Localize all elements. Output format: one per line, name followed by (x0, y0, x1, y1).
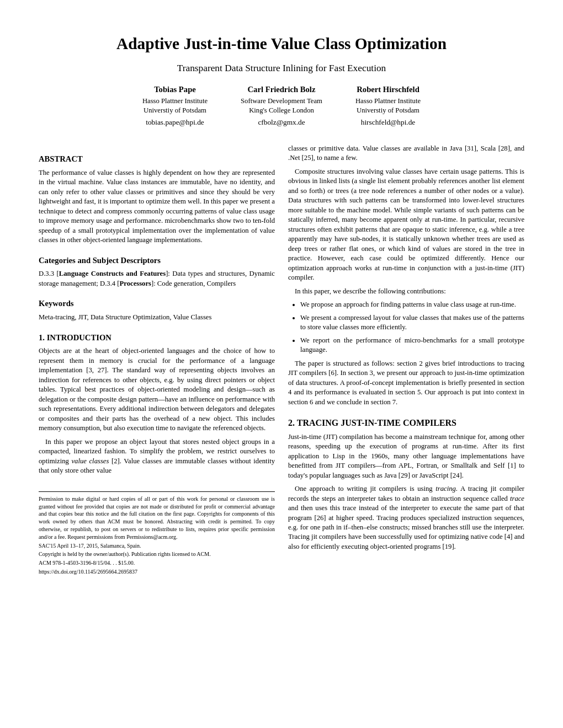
footer-copyright: Copyright is held by the owner/author(s)… (39, 550, 275, 558)
author-3: Robert Hirschfeld Hasso Plattner Institu… (355, 84, 421, 127)
right-para1: classes or primitive data. Value classes… (288, 144, 524, 163)
two-column-layout: ABSTRACT The performance of value classe… (39, 144, 524, 577)
right-para4: The paper is structured as follows: sect… (288, 359, 524, 407)
footer-doi: https://dx.doi.org/10.1145/2695664.26958… (39, 568, 275, 576)
author-2-affil2: King's College London (241, 106, 322, 115)
author-1-affil1: Hasso Plattner Institute (142, 97, 208, 106)
introduction-heading: 1. INTRODUCTION (39, 333, 275, 344)
contributions-list: We propose an approach for finding patte… (300, 300, 524, 355)
section2-para1: Just-in-time (JIT) compilation has becom… (288, 432, 524, 480)
intro-para2: In this paper we propose an object layou… (39, 437, 275, 476)
left-column: ABSTRACT The performance of value classe… (39, 144, 275, 577)
author-3-affil2: Universtiy of Potsdam (355, 106, 421, 115)
footer-conf: SAC'15 April 13–17, 2015, Salamanca, Spa… (39, 542, 275, 550)
author-3-affil1: Hasso Plattner Institute (355, 97, 421, 106)
right-para2: Composite structures involving value cla… (288, 167, 524, 283)
right-para3: In this paper, we describe the following… (288, 287, 524, 296)
page: Adaptive Just-in-time Value Class Optimi… (0, 0, 563, 728)
section2-para2: One approach to writing jit compilers is… (288, 484, 524, 552)
author-3-email: hirschfeld@hpi.de (355, 117, 421, 127)
footer-block: Permission to make digital or hard copie… (39, 491, 275, 576)
authors-block: Tobias Pape Hasso Plattner Institute Uni… (39, 84, 524, 127)
author-1-affil2: Universtiy of Potsdam (142, 106, 208, 115)
abstract-heading: ABSTRACT (39, 154, 275, 165)
intro-para1: Objects are at the heart of object-orien… (39, 346, 275, 433)
author-1-email: tobias.pape@hpi.de (142, 117, 208, 127)
right-column: classes or primitive data. Value classes… (288, 144, 524, 577)
bullet-1: We propose an approach for finding patte… (300, 300, 524, 309)
author-3-name: Robert Hirschfeld (355, 84, 421, 95)
keywords-text: Meta-tracing, JIT, Data Structure Optimi… (39, 313, 275, 322)
section2-heading: 2. TRACING JUST-IN-TIME COMPILERS (288, 417, 524, 429)
subtitle: Transparent Data Structure Inlining for … (39, 62, 524, 74)
categories-text: D.3.3 [Language Constructs and Features]… (39, 269, 275, 288)
main-title: Adaptive Just-in-time Value Class Optimi… (39, 33, 524, 55)
author-1-name: Tobias Pape (142, 84, 208, 95)
author-2-affil1: Software Development Team (241, 97, 322, 106)
abstract-text: The performance of value classes is high… (39, 168, 275, 245)
author-2: Carl Friedrich Bolz Software Development… (241, 84, 322, 127)
keywords-heading: Keywords (39, 298, 275, 309)
footer-isbn: ACM 978-1-4503-3196-8/15/04. . . $15.00. (39, 559, 275, 567)
bullet-3: We report on the performance of micro-be… (300, 336, 524, 355)
author-2-email: cfbolz@gmx.de (241, 117, 322, 127)
author-1: Tobias Pape Hasso Plattner Institute Uni… (142, 84, 208, 127)
title-section: Adaptive Just-in-time Value Class Optimi… (39, 33, 524, 127)
author-2-name: Carl Friedrich Bolz (241, 84, 322, 95)
categories-heading: Categories and Subject Descriptors (39, 255, 275, 266)
bullet-2: We present a compressed layout for value… (300, 313, 524, 333)
footer-permission: Permission to make digital or hard copie… (39, 495, 275, 541)
